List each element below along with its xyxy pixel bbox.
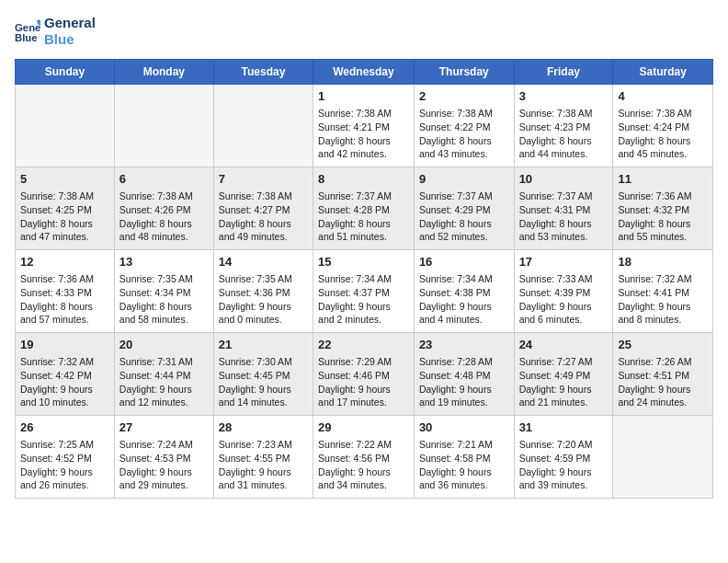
calendar-day: 29Sunrise: 7:22 AMSunset: 4:56 PMDayligh… bbox=[313, 416, 415, 499]
day-number: 6 bbox=[119, 171, 209, 188]
col-header-friday: Friday bbox=[514, 60, 613, 85]
calendar-header-row: SundayMondayTuesdayWednesdayThursdayFrid… bbox=[16, 60, 713, 85]
col-header-sunday: Sunday bbox=[16, 60, 115, 85]
day-number: 14 bbox=[219, 254, 308, 270]
day-number: 12 bbox=[20, 254, 109, 270]
calendar-day: 26Sunrise: 7:25 AMSunset: 4:52 PMDayligh… bbox=[16, 416, 115, 499]
day-info: Sunrise: 7:38 AMSunset: 4:26 PMDaylight:… bbox=[119, 190, 209, 244]
day-info: Sunrise: 7:23 AMSunset: 4:55 PMDaylight:… bbox=[219, 438, 308, 492]
day-number: 3 bbox=[519, 88, 609, 105]
day-number: 28 bbox=[219, 419, 308, 436]
day-info: Sunrise: 7:35 AMSunset: 4:36 PMDaylight:… bbox=[219, 272, 308, 327]
calendar-week-2: 5Sunrise: 7:38 AMSunset: 4:25 PMDaylight… bbox=[16, 167, 713, 250]
calendar-week-3: 12Sunrise: 7:36 AMSunset: 4:33 PMDayligh… bbox=[16, 250, 713, 333]
day-info: Sunrise: 7:38 AMSunset: 4:25 PMDaylight:… bbox=[20, 190, 109, 244]
day-info: Sunrise: 7:26 AMSunset: 4:51 PMDaylight:… bbox=[618, 355, 708, 409]
calendar-day: 28Sunrise: 7:23 AMSunset: 4:55 PMDayligh… bbox=[213, 416, 313, 499]
calendar-day: 20Sunrise: 7:31 AMSunset: 4:44 PMDayligh… bbox=[114, 333, 213, 416]
day-info: Sunrise: 7:22 AMSunset: 4:56 PMDaylight:… bbox=[318, 438, 409, 492]
day-number: 4 bbox=[618, 88, 708, 105]
day-number: 16 bbox=[419, 254, 509, 270]
col-header-monday: Monday bbox=[114, 60, 213, 85]
calendar-day: 18Sunrise: 7:32 AMSunset: 4:41 PMDayligh… bbox=[613, 250, 713, 333]
day-info: Sunrise: 7:28 AMSunset: 4:48 PMDaylight:… bbox=[419, 355, 509, 409]
day-info: Sunrise: 7:32 AMSunset: 4:42 PMDaylight:… bbox=[20, 355, 109, 409]
calendar-week-1: 1Sunrise: 7:38 AMSunset: 4:21 PMDaylight… bbox=[16, 85, 713, 167]
calendar-day: 23Sunrise: 7:28 AMSunset: 4:48 PMDayligh… bbox=[414, 333, 514, 416]
day-number: 1 bbox=[318, 88, 409, 105]
day-number: 21 bbox=[219, 337, 308, 353]
day-number: 24 bbox=[519, 337, 609, 353]
day-info: Sunrise: 7:29 AMSunset: 4:46 PMDaylight:… bbox=[318, 355, 409, 409]
day-number: 23 bbox=[419, 337, 509, 353]
calendar-day bbox=[613, 416, 713, 499]
day-info: Sunrise: 7:27 AMSunset: 4:49 PMDaylight:… bbox=[519, 355, 609, 409]
calendar-week-4: 19Sunrise: 7:32 AMSunset: 4:42 PMDayligh… bbox=[16, 333, 713, 416]
calendar-table: SundayMondayTuesdayWednesdayThursdayFrid… bbox=[15, 59, 713, 499]
calendar-day: 22Sunrise: 7:29 AMSunset: 4:46 PMDayligh… bbox=[313, 333, 415, 416]
calendar-day bbox=[114, 85, 213, 167]
day-info: Sunrise: 7:21 AMSunset: 4:58 PMDaylight:… bbox=[419, 438, 509, 492]
col-header-tuesday: Tuesday bbox=[213, 60, 313, 85]
day-info: Sunrise: 7:38 AMSunset: 4:22 PMDaylight:… bbox=[419, 107, 509, 161]
calendar-day: 5Sunrise: 7:38 AMSunset: 4:25 PMDaylight… bbox=[16, 167, 115, 250]
calendar-day: 24Sunrise: 7:27 AMSunset: 4:49 PMDayligh… bbox=[514, 333, 613, 416]
header: General Blue General Blue bbox=[15, 15, 713, 48]
logo-blue: Blue bbox=[44, 31, 74, 47]
calendar-day: 9Sunrise: 7:37 AMSunset: 4:29 PMDaylight… bbox=[414, 167, 514, 250]
calendar-day: 30Sunrise: 7:21 AMSunset: 4:58 PMDayligh… bbox=[414, 416, 514, 499]
calendar-day: 2Sunrise: 7:38 AMSunset: 4:22 PMDaylight… bbox=[414, 85, 514, 167]
day-number: 25 bbox=[618, 337, 708, 353]
calendar-day: 12Sunrise: 7:36 AMSunset: 4:33 PMDayligh… bbox=[16, 250, 115, 333]
calendar-day bbox=[16, 85, 115, 167]
day-number: 7 bbox=[219, 171, 308, 188]
day-info: Sunrise: 7:32 AMSunset: 4:41 PMDaylight:… bbox=[618, 272, 708, 327]
day-info: Sunrise: 7:33 AMSunset: 4:39 PMDaylight:… bbox=[519, 272, 609, 327]
day-info: Sunrise: 7:37 AMSunset: 4:28 PMDaylight:… bbox=[318, 190, 409, 244]
calendar-day: 21Sunrise: 7:30 AMSunset: 4:45 PMDayligh… bbox=[213, 333, 313, 416]
day-number: 27 bbox=[119, 419, 209, 436]
day-number: 22 bbox=[318, 337, 409, 353]
calendar-day: 17Sunrise: 7:33 AMSunset: 4:39 PMDayligh… bbox=[514, 250, 613, 333]
logo-icon: General Blue bbox=[15, 18, 40, 44]
day-info: Sunrise: 7:36 AMSunset: 4:32 PMDaylight:… bbox=[618, 190, 708, 244]
calendar-day: 6Sunrise: 7:38 AMSunset: 4:26 PMDaylight… bbox=[114, 167, 213, 250]
calendar-day: 3Sunrise: 7:38 AMSunset: 4:23 PMDaylight… bbox=[514, 85, 613, 167]
calendar-day: 10Sunrise: 7:37 AMSunset: 4:31 PMDayligh… bbox=[514, 167, 613, 250]
calendar-day: 31Sunrise: 7:20 AMSunset: 4:59 PMDayligh… bbox=[514, 416, 613, 499]
calendar-day: 16Sunrise: 7:34 AMSunset: 4:38 PMDayligh… bbox=[414, 250, 514, 333]
day-number: 30 bbox=[419, 419, 509, 436]
day-info: Sunrise: 7:30 AMSunset: 4:45 PMDaylight:… bbox=[219, 355, 308, 409]
day-number: 31 bbox=[519, 419, 609, 436]
day-info: Sunrise: 7:34 AMSunset: 4:38 PMDaylight:… bbox=[419, 272, 509, 327]
day-number: 18 bbox=[618, 254, 708, 270]
day-number: 13 bbox=[119, 254, 209, 270]
calendar-day: 8Sunrise: 7:37 AMSunset: 4:28 PMDaylight… bbox=[313, 167, 415, 250]
day-number: 29 bbox=[318, 419, 409, 436]
day-number: 11 bbox=[618, 171, 708, 188]
day-number: 17 bbox=[519, 254, 609, 270]
day-info: Sunrise: 7:25 AMSunset: 4:52 PMDaylight:… bbox=[20, 438, 109, 492]
day-info: Sunrise: 7:37 AMSunset: 4:29 PMDaylight:… bbox=[419, 190, 509, 244]
day-number: 5 bbox=[20, 171, 109, 188]
col-header-thursday: Thursday bbox=[414, 60, 514, 85]
day-info: Sunrise: 7:38 AMSunset: 4:27 PMDaylight:… bbox=[219, 190, 308, 244]
svg-text:Blue: Blue bbox=[15, 32, 38, 43]
calendar-day: 27Sunrise: 7:24 AMSunset: 4:53 PMDayligh… bbox=[114, 416, 213, 499]
day-number: 26 bbox=[20, 419, 109, 436]
calendar-day: 11Sunrise: 7:36 AMSunset: 4:32 PMDayligh… bbox=[613, 167, 713, 250]
col-header-wednesday: Wednesday bbox=[313, 60, 415, 85]
day-number: 19 bbox=[20, 337, 109, 353]
day-info: Sunrise: 7:31 AMSunset: 4:44 PMDaylight:… bbox=[119, 355, 209, 409]
calendar-day: 25Sunrise: 7:26 AMSunset: 4:51 PMDayligh… bbox=[613, 333, 713, 416]
svg-text:General: General bbox=[15, 22, 40, 33]
day-info: Sunrise: 7:38 AMSunset: 4:23 PMDaylight:… bbox=[519, 107, 609, 161]
day-number: 20 bbox=[119, 337, 209, 353]
calendar-day: 15Sunrise: 7:34 AMSunset: 4:37 PMDayligh… bbox=[313, 250, 415, 333]
day-info: Sunrise: 7:20 AMSunset: 4:59 PMDaylight:… bbox=[519, 438, 609, 492]
calendar-day bbox=[213, 85, 313, 167]
calendar-day: 7Sunrise: 7:38 AMSunset: 4:27 PMDaylight… bbox=[213, 167, 313, 250]
col-header-saturday: Saturday bbox=[613, 60, 713, 85]
calendar-day: 19Sunrise: 7:32 AMSunset: 4:42 PMDayligh… bbox=[16, 333, 115, 416]
day-info: Sunrise: 7:38 AMSunset: 4:24 PMDaylight:… bbox=[618, 107, 708, 161]
